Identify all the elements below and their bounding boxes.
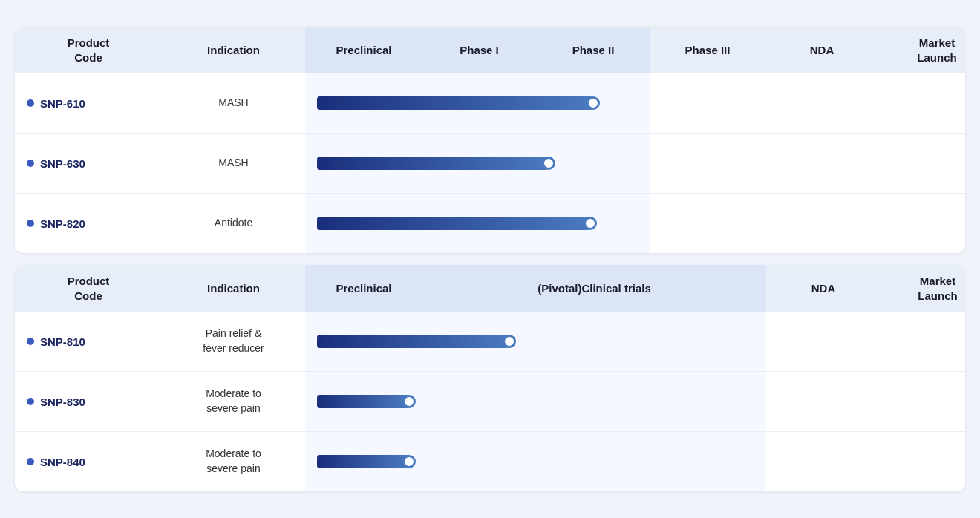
product-snp630: SNP-630 [15, 134, 162, 193]
bar-container-snp840 [317, 453, 754, 470]
bar-area-snp820 [305, 194, 650, 253]
row-snp810: SNP-810 Pain relief &fever reducer [15, 312, 965, 372]
header2-market-launch: MarketLaunch [881, 265, 965, 312]
dot-snp610 [27, 99, 34, 107]
phase3-snp820 [650, 194, 765, 253]
nda-snp610 [765, 73, 879, 133]
dot-snp830 [27, 398, 34, 405]
nda-snp840 [766, 432, 881, 491]
bar-container-snp820 [317, 215, 638, 232]
phase3-snp630 [650, 134, 765, 193]
bar-snp810 [317, 335, 509, 348]
bar-area-snp840 [305, 432, 766, 491]
header-product-code: ProductCode [15, 27, 162, 73]
header-indication: Indication [162, 27, 305, 73]
bar-snp610 [317, 96, 593, 110]
bar-area-snp610 [305, 73, 650, 133]
header-nda: NDA [765, 27, 879, 73]
product-snp820: SNP-820 [15, 194, 162, 253]
bar-container-snp830 [317, 393, 754, 410]
header-market-launch: MarketLaunch [879, 27, 965, 73]
dot-snp810 [27, 338, 34, 345]
bar-container-snp810 [317, 333, 754, 350]
bar-area-snp810 [305, 312, 766, 371]
header-preclinical: Preclinical [305, 27, 422, 73]
header-phase1: Phase I [422, 27, 536, 73]
bar-dot-snp840 [402, 455, 416, 468]
header2-clinical-trials: (Pivotal)Clinical trials [422, 265, 766, 312]
nda-snp830 [766, 372, 881, 431]
bar-snp820 [317, 217, 590, 230]
top-pipeline-table: ProductCode Indication Preclinical Phase… [15, 27, 965, 253]
phase3-snp610 [650, 73, 765, 133]
indication-snp610: MASH [162, 73, 305, 133]
row-snp840: SNP-840 Moderate tosevere pain [15, 432, 965, 491]
nda-snp630 [765, 134, 879, 193]
bottom-table-body: SNP-810 Pain relief &fever reducer SNP-8… [15, 312, 965, 491]
header2-product-code: ProductCode [15, 265, 162, 312]
launch-snp840 [881, 432, 965, 491]
bar-dot-snp630 [542, 157, 555, 170]
bottom-pipeline-table: ProductCode Indication Preclinical (Pivo… [15, 265, 965, 491]
header-phase3: Phase III [650, 27, 765, 73]
product-snp840: SNP-840 [15, 432, 162, 491]
launch-snp810 [881, 312, 965, 371]
indication-snp630: MASH [162, 134, 305, 193]
bar-snp840 [317, 455, 409, 468]
header2-preclinical: Preclinical [305, 265, 422, 312]
bar-container-snp610 [317, 95, 638, 111]
indication-snp830: Moderate tosevere pain [162, 372, 305, 431]
bar-snp830 [317, 395, 409, 408]
bar-area-snp830 [305, 372, 766, 431]
bar-snp630 [317, 157, 549, 170]
indication-snp820: Antidote [162, 194, 305, 253]
top-table-header: ProductCode Indication Preclinical Phase… [15, 27, 965, 73]
top-table-body: SNP-610 MASH SNP-630 [15, 73, 965, 253]
indication-snp810: Pain relief &fever reducer [162, 312, 305, 371]
bar-dot-snp610 [587, 96, 600, 110]
row-snp610: SNP-610 MASH [15, 73, 965, 134]
product-snp810: SNP-810 [15, 312, 162, 371]
bar-area-snp630 [305, 134, 650, 193]
indication-snp840: Moderate tosevere pain [162, 432, 305, 491]
header2-nda: NDA [766, 265, 881, 312]
launch-snp820 [879, 194, 965, 253]
product-snp610: SNP-610 [15, 73, 162, 133]
header-phase2: Phase II [536, 27, 650, 73]
dot-snp820 [27, 220, 34, 227]
bar-dot-snp830 [402, 395, 416, 408]
row-snp820: SNP-820 Antidote [15, 194, 965, 253]
row-snp630: SNP-630 MASH [15, 134, 965, 194]
dot-snp630 [27, 160, 34, 167]
product-snp830: SNP-830 [15, 372, 162, 431]
launch-snp830 [881, 372, 965, 431]
nda-snp810 [766, 312, 881, 371]
header2-indication: Indication [162, 265, 305, 312]
nda-snp820 [765, 194, 879, 253]
dot-snp840 [27, 458, 34, 465]
bar-dot-snp810 [503, 335, 516, 348]
row-snp830: SNP-830 Moderate tosevere pain [15, 372, 965, 432]
bottom-table-header: ProductCode Indication Preclinical (Pivo… [15, 265, 965, 312]
bar-dot-snp820 [584, 217, 597, 230]
bar-container-snp630 [317, 155, 638, 171]
launch-snp610 [879, 73, 965, 133]
launch-snp630 [879, 134, 965, 193]
